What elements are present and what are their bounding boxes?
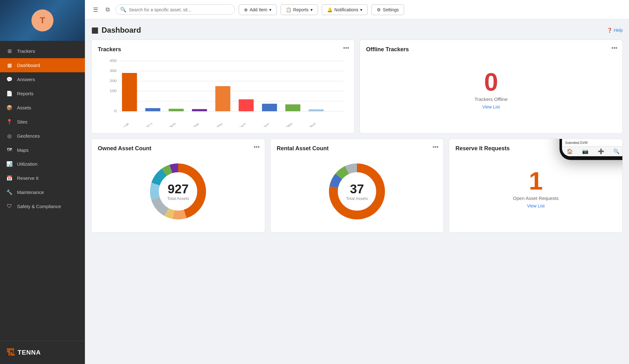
reserve-view-list[interactable]: View List <box>527 203 545 208</box>
search-input[interactable] <box>129 7 230 12</box>
sidebar-item-label: Answers <box>17 77 35 82</box>
help-link[interactable]: ❓ Help <box>607 28 623 33</box>
svg-rect-27 <box>309 109 324 111</box>
rental-donut: 37 Total Assets <box>326 160 388 223</box>
svg-text:TennaCAM JBUS: TennaCAM JBUS <box>157 122 177 127</box>
notifications-button[interactable]: 🔔 Notifications ▾ <box>322 4 368 15</box>
offline-card-menu[interactable]: ••• <box>611 45 617 52</box>
add-item-button[interactable]: ⊕ Add Item ▾ <box>239 4 277 15</box>
reports-button[interactable]: 📋 Reports ▾ <box>281 4 318 15</box>
reserve-it-card: Reserve It Requests ••• 1 Open Asset Req… <box>449 139 623 233</box>
notifications-label: Notifications <box>334 7 358 12</box>
svg-text:TennaFLEET II: TennaFLEET II <box>136 122 153 127</box>
geofences-icon: ◎ <box>6 133 13 139</box>
svg-text:400: 400 <box>110 59 117 63</box>
phone-search-bottom-icon: 🔍 <box>613 148 620 154</box>
trackers-card-menu[interactable]: ••• <box>343 45 349 52</box>
owned-asset-card: Owned Asset Count ••• <box>91 139 265 233</box>
reserve-count: 1 <box>529 168 543 194</box>
sidebar-item-reports[interactable]: 📄 Reports <box>0 86 85 101</box>
sidebar-item-label: Maintenance <box>17 190 44 195</box>
content-area: ▦ Dashboard ❓ Help Trackers ••• <box>85 19 629 364</box>
owned-donut: 927 Total Assets <box>147 160 209 223</box>
sidebar-nav: ⊞ Trackers ▦ Dashboard 💬 Answers 📄 Repor… <box>0 41 85 341</box>
phone-screen: 1:26 T ⧉ 🔔 <box>562 139 623 156</box>
owned-total-label: Total Assets <box>167 196 189 201</box>
reserve-center: 1 Open Asset Requests View List <box>455 157 616 220</box>
sidebar-item-answers[interactable]: 💬 Answers <box>0 72 85 86</box>
svg-text:TennaMINI Battery: TennaMINI Battery <box>203 122 224 127</box>
phone-home-icon: 🏠 <box>567 148 573 154</box>
sidebar-item-utilization[interactable]: 📊 Utilization <box>0 157 85 171</box>
sidebar-item-maintenance[interactable]: 🔧 Maintenance <box>0 185 85 199</box>
phone-mockup: 1:26 T ⧉ 🔔 <box>559 139 623 160</box>
avatar: T <box>31 9 53 31</box>
reports-chevron-icon: ▾ <box>310 7 313 12</box>
dashboard-icon: ▦ <box>6 62 13 68</box>
sidebar-item-label: Utilization <box>17 161 37 167</box>
answers-icon: 💬 <box>6 76 13 82</box>
phone-frame: 1:26 T ⧉ 🔔 <box>559 139 623 160</box>
trackers-bar-chart: 400 300 200 100 0 Tenna QR TennaFLEET II <box>98 58 348 127</box>
phone-dvir-row: Submitted DVIR <box>562 140 623 146</box>
settings-button[interactable]: ⚙ Settings <box>371 4 404 15</box>
maps-icon: 🗺 <box>6 147 13 153</box>
sidebar-item-trackers[interactable]: ⊞ Trackers <box>0 44 85 58</box>
sidebar-item-reserve-it[interactable]: 📅 Reserve It <box>0 171 85 185</box>
svg-rect-21 <box>239 99 254 111</box>
reports-label: Reports <box>293 7 309 12</box>
bell-icon: 🔔 <box>327 7 332 12</box>
search-box: 🔍 <box>115 4 235 15</box>
add-icon: ⊕ <box>244 7 248 12</box>
filter-button[interactable]: ⧉ <box>104 4 112 15</box>
owned-donut-center: 927 Total Assets <box>167 182 189 201</box>
owned-donut-area: 927 Total Assets <box>98 157 259 226</box>
trackers-card-title: Trackers <box>98 46 348 53</box>
offline-card-title: Offline Trackers <box>366 46 616 53</box>
sidebar-item-label: Assets <box>17 105 31 110</box>
bottom-spacer <box>91 233 623 251</box>
gear-icon: ⚙ <box>377 7 381 12</box>
svg-text:0: 0 <box>114 109 117 113</box>
maintenance-icon: 🔧 <box>6 189 13 195</box>
svg-text:TennaMINI Plug-In: TennaMINI Plug-In <box>226 122 247 127</box>
svg-rect-13 <box>145 108 160 111</box>
offline-view-list[interactable]: View List <box>482 104 500 109</box>
offline-center: 0 Trackers Offline View List <box>366 58 616 121</box>
owned-card-menu[interactable]: ••• <box>254 144 260 151</box>
owned-total-number: 927 <box>167 182 189 196</box>
sidebar-item-label: Trackers <box>17 48 35 54</box>
owned-card-title: Owned Asset Count <box>98 145 259 152</box>
svg-text:Tenna BLE Beacon: Tenna BLE Beacon <box>248 122 270 127</box>
add-chevron-icon: ▾ <box>269 7 271 12</box>
safety-icon: 🛡 <box>6 203 13 209</box>
reserve-label: Open Asset Requests <box>513 196 559 201</box>
reports-icon: 📄 <box>6 91 13 97</box>
menu-button[interactable]: ☰ <box>91 4 100 15</box>
phone-camera-icon: 📷 <box>582 148 588 154</box>
sidebar-header: T <box>0 0 85 41</box>
rental-donut-area: 37 Total Assets <box>277 157 437 226</box>
svg-text:200: 200 <box>110 79 117 83</box>
sidebar-item-geofences[interactable]: ◎ Geofences <box>0 129 85 143</box>
add-item-label: Add Item <box>250 7 267 12</box>
phone-plus-icon: ➕ <box>598 148 604 154</box>
sidebar-item-maps[interactable]: 🗺 Maps <box>0 143 85 157</box>
sidebar-item-dashboard[interactable]: ▦ Dashboard <box>0 58 85 72</box>
sidebar-item-label: Safety & Compliance <box>17 204 61 209</box>
sites-icon: 📍 <box>6 119 13 125</box>
sidebar-item-assets[interactable]: 📦 Assets <box>0 101 85 115</box>
sidebar-item-safety[interactable]: 🛡 Safety & Compliance <box>0 199 85 213</box>
utilization-icon: 📊 <box>6 161 13 167</box>
svg-rect-19 <box>215 86 231 111</box>
rental-card-menu[interactable]: ••• <box>432 144 438 151</box>
tenna-logo-text: TENNA <box>18 349 41 356</box>
svg-text:Tenna QR: Tenna QR <box>118 122 130 127</box>
tenna-logo-icon: 🏗 <box>6 347 15 358</box>
sidebar-item-label: Reports <box>17 91 34 96</box>
dashboard-row2: Owned Asset Count ••• <box>91 139 623 233</box>
svg-rect-25 <box>285 104 300 111</box>
help-text: Help <box>614 28 623 33</box>
help-icon: ❓ <box>607 28 612 33</box>
sidebar-item-sites[interactable]: 📍 Sites <box>0 115 85 129</box>
